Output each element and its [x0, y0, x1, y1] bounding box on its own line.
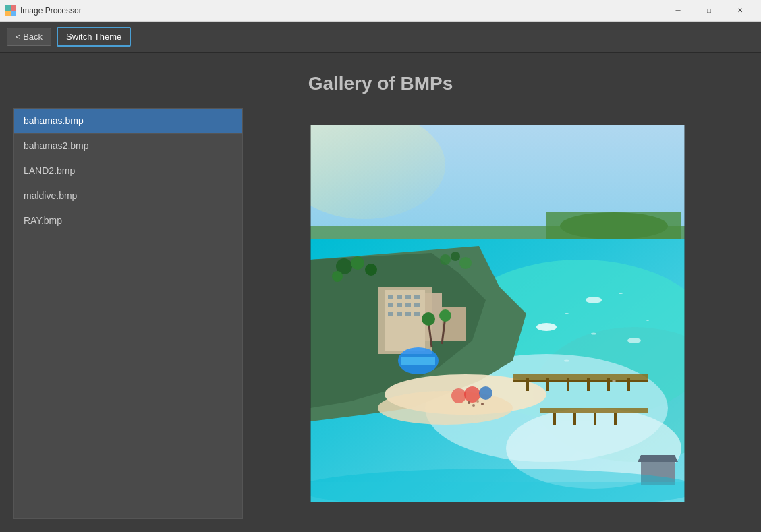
- svg-marker-52: [638, 455, 678, 462]
- svg-point-61: [481, 403, 484, 405]
- svg-rect-2: [5, 11, 11, 16]
- svg-rect-30: [388, 312, 393, 316]
- maximize-button[interactable]: □: [694, 0, 725, 22]
- title-bar-left: Image Processor: [5, 5, 82, 16]
- list-item[interactable]: bahamas.bmp: [14, 109, 242, 134]
- svg-rect-3: [11, 11, 16, 16]
- svg-rect-22: [388, 295, 393, 299]
- main-content: Gallery of BMPs bahamas.bmpbahamas2.bmpL…: [0, 53, 761, 532]
- svg-rect-29: [414, 303, 420, 307]
- svg-rect-24: [405, 295, 411, 299]
- svg-point-57: [479, 386, 492, 400]
- svg-point-68: [612, 380, 616, 382]
- svg-point-72: [332, 271, 343, 282]
- svg-point-67: [564, 359, 569, 361]
- close-button[interactable]: ✕: [725, 0, 756, 22]
- switch-theme-button[interactable]: Switch Theme: [57, 27, 131, 47]
- app-title: Image Processor: [20, 6, 82, 16]
- svg-rect-42: [567, 378, 569, 391]
- svg-rect-81: [310, 482, 685, 502]
- svg-point-35: [378, 391, 513, 425]
- svg-rect-43: [587, 378, 590, 391]
- svg-point-66: [646, 320, 649, 321]
- svg-rect-21: [385, 290, 425, 351]
- svg-rect-37: [401, 357, 435, 365]
- list-item[interactable]: RAY.bmp: [14, 208, 242, 233]
- title-bar-controls: ─ □ ✕: [663, 0, 756, 22]
- svg-rect-47: [553, 413, 556, 425]
- svg-rect-50: [614, 413, 617, 425]
- svg-rect-41: [546, 378, 549, 391]
- svg-point-53: [536, 323, 557, 331]
- svg-point-65: [619, 293, 623, 294]
- svg-rect-26: [388, 303, 393, 307]
- svg-point-58: [451, 388, 466, 403]
- svg-rect-8: [546, 212, 681, 239]
- svg-rect-1: [11, 5, 16, 11]
- gallery-title: Gallery of BMPs: [0, 53, 761, 108]
- svg-point-79: [439, 309, 451, 322]
- svg-point-63: [565, 313, 569, 314]
- svg-rect-23: [397, 295, 402, 299]
- svg-rect-49: [594, 413, 596, 425]
- svg-point-54: [586, 297, 602, 303]
- title-bar: Image Processor ─ □ ✕: [0, 0, 761, 22]
- svg-point-55: [627, 338, 641, 343]
- svg-point-75: [459, 257, 472, 269]
- svg-point-64: [591, 332, 596, 334]
- image-preview-panel: [247, 108, 748, 519]
- svg-point-60: [476, 400, 479, 403]
- svg-rect-44: [607, 378, 610, 391]
- list-item[interactable]: bahamas2.bmp: [14, 134, 242, 158]
- svg-point-70: [351, 256, 364, 270]
- svg-point-73: [440, 254, 451, 265]
- minimize-button[interactable]: ─: [663, 0, 694, 22]
- svg-point-62: [472, 404, 475, 407]
- toolbar: < Back Switch Theme: [0, 22, 761, 53]
- svg-rect-25: [414, 295, 420, 299]
- svg-rect-0: [5, 5, 11, 11]
- svg-rect-40: [526, 378, 529, 391]
- list-item[interactable]: LAND2.bmp: [14, 158, 242, 183]
- file-list-panel: bahamas.bmpbahamas2.bmpLAND2.bmpmaldive.…: [13, 108, 243, 519]
- svg-point-77: [422, 312, 435, 326]
- svg-rect-48: [573, 413, 576, 425]
- svg-rect-45: [627, 378, 630, 391]
- svg-rect-33: [414, 312, 420, 316]
- gallery-body: bahamas.bmpbahamas2.bmpLAND2.bmpmaldive.…: [0, 108, 761, 532]
- svg-rect-46: [540, 408, 648, 413]
- svg-point-59: [468, 401, 470, 404]
- svg-point-71: [365, 264, 377, 276]
- svg-rect-28: [405, 303, 411, 307]
- app-icon: [5, 5, 16, 16]
- svg-rect-32: [405, 312, 411, 316]
- svg-rect-31: [397, 312, 402, 316]
- preview-image: [310, 125, 685, 502]
- svg-point-74: [451, 252, 460, 261]
- back-button[interactable]: < Back: [7, 28, 51, 46]
- list-item[interactable]: maldive.bmp: [14, 183, 242, 208]
- svg-rect-27: [397, 303, 402, 307]
